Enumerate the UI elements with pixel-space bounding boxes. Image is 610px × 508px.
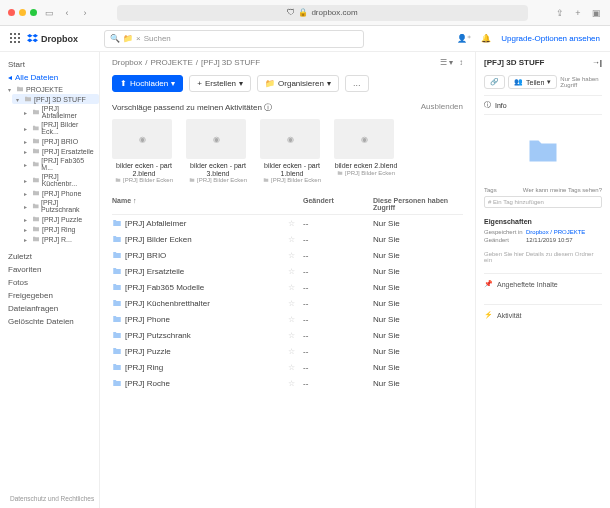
chevron-right-icon: ▸: [24, 148, 30, 155]
back-icon[interactable]: ‹: [61, 7, 73, 19]
tree-root[interactable]: ▾ PROJEKTE: [4, 84, 99, 94]
table-row[interactable]: [PRJ] Bilder Ecken☆--Nur Sie: [112, 231, 463, 247]
organize-button[interactable]: 📁 Organisieren ▾: [257, 75, 339, 92]
apps-grid-icon[interactable]: [10, 33, 21, 44]
tags-input[interactable]: # Ein Tag hinzufügen: [484, 196, 602, 208]
star-icon[interactable]: ☆: [288, 331, 295, 340]
hide-suggestions[interactable]: Ausblenden: [421, 102, 463, 113]
left-sidebar: Start ◂ Alle Dateien ▾ PROJEKTE ▾ [PFJ] …: [0, 52, 100, 508]
suggestion-card[interactable]: ◉bilder ecken - part 3.blend[PRJ] Bilder…: [186, 119, 250, 183]
dropbox-logo[interactable]: Dropbox: [27, 33, 78, 44]
shield-icon: 🛡: [287, 8, 295, 17]
table-row[interactable]: [PRJ] Roche☆--Nur Sie: [112, 375, 463, 391]
table-row[interactable]: [PRJ] Abfalleimer☆--Nur Sie: [112, 215, 463, 231]
tree-item[interactable]: ▸[PRJ] Ring: [20, 224, 99, 234]
table-row[interactable]: [PRJ] Ring☆--Nur Sie: [112, 359, 463, 375]
new-tab-icon[interactable]: +: [572, 7, 584, 19]
folder-scope-icon: 📁: [123, 34, 133, 43]
upgrade-link[interactable]: Upgrade-Optionen ansehen: [501, 34, 600, 43]
star-icon[interactable]: ☆: [288, 379, 295, 388]
tree-item[interactable]: ▸[PRJ] Ersatzteile: [20, 146, 99, 156]
star-icon[interactable]: ☆: [288, 363, 295, 372]
star-icon[interactable]: ☆: [288, 251, 295, 260]
chevron-right-icon: ▸: [24, 236, 30, 243]
legal-link[interactable]: Datenschutz und Rechtliches: [10, 495, 94, 502]
chevron-right-icon: ▸: [24, 125, 30, 132]
tree-item[interactable]: ▸[PRJ] Abfalleimer: [20, 104, 99, 120]
table-row[interactable]: [PRJ] Ersatzteile☆--Nur Sie: [112, 263, 463, 279]
minimize-window[interactable]: [19, 9, 26, 16]
folder-icon: [32, 124, 40, 132]
star-icon[interactable]: ☆: [288, 315, 295, 324]
star-icon[interactable]: ☆: [288, 347, 295, 356]
tree-item[interactable]: ▸[PRJ] Phone: [20, 188, 99, 198]
col-name[interactable]: Name: [112, 197, 131, 204]
sidebar-all-files[interactable]: ◂ Alle Dateien: [0, 71, 99, 84]
url-bar[interactable]: 🛡 🔒 dropbox.com: [117, 5, 528, 21]
tree-item[interactable]: ▸[PRJ] Bilder Eck...: [20, 120, 99, 136]
tree-item[interactable]: ▸[PRJ] Puzzle: [20, 214, 99, 224]
pinned-section[interactable]: 📌 Angeheftete Inhalte: [484, 273, 602, 294]
crumb[interactable]: [PFJ] 3D STUFF: [201, 58, 260, 67]
link-button[interactable]: 🔗: [484, 75, 505, 89]
tabs-icon[interactable]: ▣: [590, 7, 602, 19]
star-icon[interactable]: ☆: [288, 267, 295, 276]
tree-item[interactable]: ▸[PRJ] Küchenbr...: [20, 172, 99, 188]
close-scope-icon[interactable]: ×: [136, 34, 141, 43]
activity-section[interactable]: ⚡ Aktivität: [484, 304, 602, 325]
tree-item[interactable]: ▸[PRJ] Fab365 M...: [20, 156, 99, 172]
star-icon[interactable]: ☆: [288, 283, 295, 292]
sidebar-photos[interactable]: Fotos: [0, 276, 99, 289]
suggestion-card[interactable]: ◉bilder ecken - part 1.blend[PRJ] Bilder…: [260, 119, 324, 183]
chevron-right-icon: ▸: [24, 177, 30, 184]
view-sort-icon[interactable]: ↕: [459, 58, 463, 67]
maximize-window[interactable]: [30, 9, 37, 16]
sidebar-favorites[interactable]: Favoriten: [0, 263, 99, 276]
table-row[interactable]: [PRJ] Phone☆--Nur Sie: [112, 311, 463, 327]
create-button[interactable]: + Erstellen ▾: [189, 75, 251, 92]
star-icon[interactable]: ☆: [288, 219, 295, 228]
tree-item[interactable]: ▸[PRJ] Putzschrank: [20, 198, 99, 214]
share-button[interactable]: 👥 Teilen ▾: [508, 75, 557, 89]
table-row[interactable]: [PRJ] Fab365 Modelle☆--Nur Sie: [112, 279, 463, 295]
info-icon[interactable]: ⓘ: [264, 103, 272, 112]
crumb[interactable]: PROJEKTE: [150, 58, 192, 67]
col-access[interactable]: Diese Personen haben Zugriff: [373, 197, 463, 211]
bell-icon[interactable]: 🔔: [481, 34, 491, 43]
table-row[interactable]: [PRJ] Küchenbretthalter☆--Nur Sie: [112, 295, 463, 311]
tree-item[interactable]: ▸[PRJ] BRIO: [20, 136, 99, 146]
table-row[interactable]: [PRJ] BRIO☆--Nur Sie: [112, 247, 463, 263]
sidebar-requests[interactable]: Dateianfragen: [0, 302, 99, 315]
sidebar-deleted[interactable]: Gelöschte Dateien: [0, 315, 99, 328]
table-row[interactable]: [PRJ] Putzschrank☆--Nur Sie: [112, 327, 463, 343]
sidebar-shared[interactable]: Freigegeben: [0, 289, 99, 302]
suggestion-card[interactable]: ◉bilder ecken 2.blend[PRJ] Bilder Ecken: [334, 119, 398, 183]
view-list-icon[interactable]: ☰ ▾: [440, 58, 453, 67]
forward-icon[interactable]: ›: [79, 7, 91, 19]
prop-saved-in-val[interactable]: Dropbox / PROJEKTE: [526, 229, 585, 235]
upload-button[interactable]: ⬆ Hochladen ▾: [112, 75, 183, 92]
folder-icon: [32, 160, 40, 168]
invite-icon[interactable]: 👤⁺: [457, 34, 471, 43]
col-modified[interactable]: Geändert: [303, 197, 373, 211]
tree-selected[interactable]: ▾ [PFJ] 3D STUFF: [12, 94, 99, 104]
suggestion-card[interactable]: ◉bilder ecken - part 2.blend[PRJ] Bilder…: [112, 119, 176, 183]
file-thumbnail: ◉: [112, 119, 172, 159]
star-icon[interactable]: ☆: [288, 299, 295, 308]
star-icon[interactable]: ☆: [288, 235, 295, 244]
more-button[interactable]: …: [345, 75, 369, 92]
sidebar-toggle-icon[interactable]: ▭: [43, 7, 55, 19]
tree-item[interactable]: ▸[PRJ] R...: [20, 234, 99, 244]
search-icon: 🔍: [110, 34, 120, 43]
table-row[interactable]: [PRJ] Puzzle☆--Nur Sie: [112, 343, 463, 359]
info-tab[interactable]: ⓘ Info: [484, 95, 602, 115]
search-input[interactable]: 🔍 📁 × Suchen: [104, 30, 364, 48]
close-window[interactable]: [8, 9, 15, 16]
sidebar-recent[interactable]: Zuletzt: [0, 250, 99, 263]
expand-icon[interactable]: →|: [592, 58, 602, 67]
share-icon[interactable]: ⇪: [554, 7, 566, 19]
sidebar-start[interactable]: Start: [0, 58, 99, 71]
tags-help-link[interactable]: Wer kann meine Tags sehen?: [523, 187, 602, 193]
folder-icon: [32, 108, 40, 116]
crumb[interactable]: Dropbox: [112, 58, 142, 67]
